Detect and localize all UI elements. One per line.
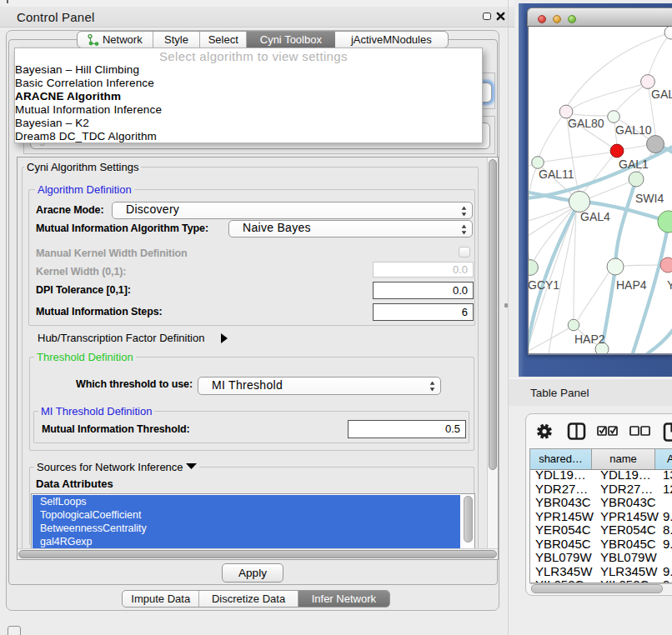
algorithm-option[interactable]: ARACNE Algorithm xyxy=(15,90,121,103)
network-icon xyxy=(88,34,99,46)
table-cell[interactable]: YDL19… xyxy=(600,468,651,482)
table-cell[interactable]: YBR043C xyxy=(600,495,656,509)
table-column-header[interactable]: name xyxy=(592,449,655,469)
algorithm-option[interactable]: Dream8 DC_TDC Algorithm xyxy=(15,130,157,143)
network-node-label: GAL80 xyxy=(568,117,604,130)
table-cell[interactable]: 9. xyxy=(663,564,672,578)
splitter-handle[interactable] xyxy=(504,303,508,308)
table-cell[interactable]: YLR345W xyxy=(535,564,592,578)
data-attribute-item[interactable]: gal4RGexp xyxy=(33,535,460,548)
bottom-tabstrip: Impute DataDiscretize DataInfer Network xyxy=(122,590,390,608)
algorithm-option[interactable]: Bayesian – Hill Climbing xyxy=(15,63,139,77)
table-cell[interactable]: YBL079W xyxy=(600,550,657,564)
mi-type-value: Naive Bayes xyxy=(243,221,311,235)
bottom-tab-discretize-data[interactable]: Discretize Data xyxy=(199,591,298,607)
dpi-tolerance-field[interactable]: 0.0 xyxy=(373,282,474,299)
bottom-left-button[interactable] xyxy=(8,626,21,635)
float-window-icon[interactable] xyxy=(483,12,491,20)
network-node-hap2[interactable] xyxy=(568,319,579,331)
table-cell[interactable]: 8. xyxy=(663,522,672,537)
network-node-gal1-red[interactable] xyxy=(610,144,624,158)
table-column-header[interactable]: A xyxy=(655,449,672,469)
table-hscrollbar-thumb[interactable] xyxy=(531,584,663,593)
table-cell[interactable]: YLR345W xyxy=(600,564,657,578)
bottom-tab-infer-network[interactable]: Infer Network xyxy=(298,591,389,607)
table-cell[interactable]: 9. xyxy=(663,578,672,583)
split-panel-icon[interactable] xyxy=(569,424,584,439)
algorithm-option[interactable]: Bayesian – K2 xyxy=(15,117,89,130)
zoom-traffic-light[interactable] xyxy=(568,15,576,23)
network-node-gcy1[interactable] xyxy=(529,260,538,276)
algorithm-dropdown-prompt: Select algorithm to view settings xyxy=(159,49,348,63)
which-threshold-combo[interactable]: MI Threshold xyxy=(198,377,441,395)
data-attribute-item[interactable]: TopologicalCoefficient xyxy=(33,508,460,522)
network-node-green-big[interactable] xyxy=(658,211,672,232)
network-node-gal7-gray[interactable] xyxy=(647,136,664,153)
table-cell[interactable]: YBL079W xyxy=(535,550,592,564)
settings-vscrollbar-thumb[interactable] xyxy=(489,159,497,470)
network-node-salmon[interactable] xyxy=(660,258,672,272)
table-cell[interactable]: YBR043C xyxy=(535,495,591,509)
tab-cyni-toolbox[interactable]: Cyni Toolbox xyxy=(247,32,335,48)
table-cell[interactable]: YER054C xyxy=(535,522,591,537)
settings-hscrollbar-thumb[interactable] xyxy=(18,550,497,558)
kernel-width-field[interactable]: 0.0 xyxy=(373,262,474,278)
mi-type-combo[interactable]: Naive Bayes xyxy=(228,220,473,238)
network-node-swi4[interactable] xyxy=(629,172,644,187)
combo-arrows-icon xyxy=(429,381,435,392)
bottom-tab-impute-data[interactable]: Impute Data xyxy=(123,591,199,607)
expand-arrow-icon[interactable] xyxy=(220,333,228,343)
table-cell[interactable]: YDR27… xyxy=(535,482,588,496)
table-cell[interactable]: YIL052C xyxy=(535,578,584,583)
table-cell[interactable]: 9. xyxy=(663,537,672,551)
network-node-label: GAL4 xyxy=(580,210,610,223)
tab-style[interactable]: Style xyxy=(153,32,201,48)
network-node-gal4[interactable] xyxy=(569,191,589,212)
node-table[interactable]: shared…nameAYDL19…YDL19…13YDR27…YDR27…12… xyxy=(529,448,672,583)
list-scrollbar-thumb[interactable] xyxy=(464,496,473,542)
network-node-hap4[interactable] xyxy=(607,258,624,275)
mi-threshold-field[interactable]: 0.5 xyxy=(348,420,466,438)
gear-icon[interactable] xyxy=(538,424,551,438)
network-node-top-node[interactable] xyxy=(664,27,672,39)
data-attributes-list[interactable]: SelfLoopsTopologicalCoefficientBetweenne… xyxy=(31,493,475,549)
select-all-checkboxes-icon[interactable] xyxy=(598,427,617,435)
table-cell[interactable]: YBR045C xyxy=(600,537,656,551)
data-attribute-item[interactable]: BetweennessCentrality xyxy=(33,522,460,535)
apply-button[interactable]: Apply xyxy=(222,563,283,582)
aracne-mode-combo[interactable]: Discovery xyxy=(112,202,473,219)
close-icon[interactable] xyxy=(496,12,505,21)
table-cell[interactable]: 12 xyxy=(663,482,672,496)
table-cell[interactable]: YBR045C xyxy=(535,537,591,551)
tab-network[interactable]: Network xyxy=(78,32,153,48)
manual-kernel-checkbox[interactable] xyxy=(459,247,470,258)
sources-group-title[interactable]: Sources for Network Inference xyxy=(34,461,199,473)
table-cell[interactable]: YPR145W xyxy=(600,509,659,523)
algorithm-option[interactable]: Basic Correlation Inference xyxy=(15,77,154,90)
table-column-header[interactable]: shared… xyxy=(530,449,592,469)
network-node-gal10[interactable] xyxy=(608,111,620,123)
table-cell[interactable]: YIL052C xyxy=(600,578,649,583)
table-cell[interactable]: YER054C xyxy=(600,522,656,537)
algorithm-option[interactable]: Mutual Information Inference xyxy=(15,103,162,117)
data-attribute-item[interactable]: SelfLoops xyxy=(33,495,460,508)
deselect-all-checkboxes-icon[interactable] xyxy=(630,427,649,435)
table-cell[interactable]: 9. xyxy=(663,509,672,523)
tab-select[interactable]: Select xyxy=(200,32,247,48)
network-window-titlebar[interactable] xyxy=(527,8,672,27)
close-traffic-light[interactable] xyxy=(538,15,546,23)
hub-definition-label[interactable]: Hub/Transcription Factor Definition xyxy=(38,332,204,344)
tab-jactivemnodules[interactable]: jActiveMNodules xyxy=(335,32,448,48)
table-cell[interactable]: 13 xyxy=(663,468,672,482)
minimize-traffic-light[interactable] xyxy=(553,15,561,23)
network-node-gal2[interactable] xyxy=(641,75,655,89)
network-canvas[interactable]: GALGAL80GAL10GAL1GAL11SWI4GAL4GCY1HAP4YH… xyxy=(528,27,672,355)
table-cell[interactable]: YDL19… xyxy=(535,468,586,482)
export-table-icon[interactable] xyxy=(664,424,672,441)
table-cell[interactable]: YPR145W xyxy=(535,509,594,523)
table-cell[interactable]: YDR27… xyxy=(600,482,653,496)
network-node-label: HAP2 xyxy=(574,332,605,346)
combo-arrows-icon xyxy=(461,206,467,217)
dpi-tolerance-label: DPI Tolerance [0,1]: xyxy=(36,284,131,296)
mi-steps-field[interactable]: 6 xyxy=(373,303,474,321)
